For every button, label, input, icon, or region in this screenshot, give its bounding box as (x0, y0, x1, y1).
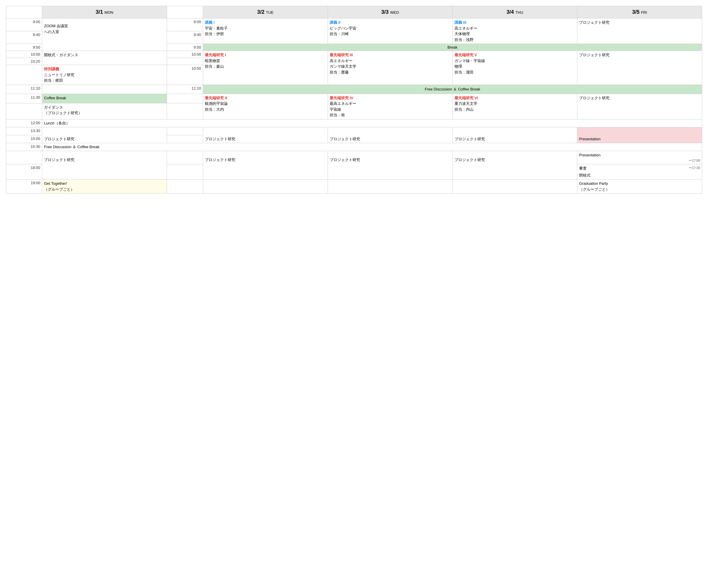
sasakuten6-cell: 最先端研究 VI 重力波天文学 担当：内山 (452, 94, 577, 119)
header-fri: 3/5 FRI (577, 6, 702, 19)
presentation1-cell: Presentation (577, 127, 702, 143)
fri-project1-cell: プロジェクト研究 (577, 19, 702, 44)
time-1330b (167, 127, 203, 135)
coffee-break-mon: Coffee Break (42, 94, 167, 103)
time-1050: 10:50 (167, 65, 203, 85)
time-950: 9:50 (6, 44, 42, 51)
lecture1-cell: 講義 I 宇宙・素粒子 担当：伊部 (203, 19, 328, 44)
time-950b: 9:50 (167, 44, 203, 51)
opening-cell: 開校式・ガイダンス (42, 51, 167, 65)
project-tue-pm1: プロジェクト研究 (203, 127, 328, 143)
schedule-table: 3/1 MON 3/2 TUE 3/3 WED 3/4 THU 3/5 FRI … (6, 6, 702, 193)
empty-mon-break (42, 85, 167, 94)
header-wed: 3/3 WED (328, 6, 452, 19)
project-mon-pm2: プロジェクト研究 (42, 151, 167, 180)
empty-thu-bot (452, 180, 577, 193)
sasakuten5-cell: 最先端研究 V ガンマ線・宇宙線 物理 担当：瀧田 (452, 51, 577, 85)
free-discussion-2: Free Discussion ＆ Coffee Break (42, 143, 702, 151)
sasakuten3-cell: 最先端研究 III 高エネルギー ガンマ線天文学 担当：齋藤 (328, 51, 452, 85)
empty-wed-bot (328, 180, 452, 193)
sasakuten4-cell: 最先端研究 IV 最高エネルギー 宇宙線 担当：裕 (328, 94, 452, 119)
time-1000: 10:00 (6, 51, 42, 58)
empty-tue-bot (203, 180, 328, 193)
review-closing-cell: 審査 〜17:30 閉校式 (577, 164, 702, 180)
time-900b: 9:00 (167, 19, 203, 31)
lunch-cell: Lunch（各自） (42, 119, 702, 127)
free-discussion-1: Free Discussion ＆ Coffee Break (203, 85, 702, 94)
time-900: 9:00 (6, 19, 42, 31)
empty-header-1 (6, 6, 42, 19)
time-1020c (6, 65, 42, 85)
guidance-cell: ガイダンス （プロジェクト研究） (42, 103, 167, 119)
time-1800: 18:00 (6, 164, 42, 180)
lecture3-cell: 講義 III 高エネルギー 天体物理 担当：浅野 (452, 19, 577, 44)
time-1900: 19:00 (6, 180, 42, 193)
time-1110b: 11:10 (167, 85, 203, 94)
time-guidance (6, 103, 42, 119)
project-wed-pm2: プロジェクト研究 (328, 151, 452, 180)
time-1020b (167, 58, 203, 65)
project-tue-pm2: プロジェクト研究 (203, 151, 328, 180)
time-after1530 (6, 151, 42, 164)
break-cell: Break (203, 44, 702, 51)
special-lecture-cell: 特別講義 ニュートリノ研究 担当：梶田 (42, 65, 167, 85)
get-together-cell: Get Together! （グループごと） (42, 180, 167, 193)
empty-header-2 (167, 6, 203, 19)
header-tue: 3/2 TUE (203, 6, 328, 19)
lecture2-cell: 講義 II ビッグバン宇宙 担当：川崎 (328, 19, 452, 44)
header-thu: 3/4 THU (452, 6, 577, 19)
fri-project3-cell: プロジェクト研究 (577, 94, 702, 119)
project-thu-pm2: プロジェクト研究 (452, 151, 577, 180)
time-1900b (167, 180, 203, 193)
time-1500b (167, 135, 203, 143)
graduation-cell: Graduation Party （グループごと） (577, 180, 702, 193)
header-mon: 3/1 MON (42, 6, 167, 19)
time-1130: 11:30 (6, 94, 42, 103)
time-1530: 15:30 (6, 143, 42, 151)
time-1110: 11:10 (6, 85, 42, 94)
time-1000b: 10:00 (167, 51, 203, 58)
time-1130b (167, 94, 203, 103)
time-after1530b (167, 151, 203, 164)
project-thu-pm1: プロジェクト研究 (452, 127, 577, 143)
time-1200: 12:00 (6, 119, 42, 127)
sasakuten1-cell: 最先端研究 I 暗黒物質 担当：森山 (203, 51, 328, 85)
time-1500: 15:00 (6, 135, 42, 143)
project-mon-pm1: プロジェクト研究 (42, 127, 167, 143)
time-guidance-b (167, 103, 203, 119)
time-1800b (167, 164, 203, 180)
fri-project2-cell: プロジェクト研究 (577, 51, 702, 85)
zoom-cell: ZOOM 会議室 への入室 (42, 19, 167, 51)
time-940: 9:40 (6, 31, 42, 44)
sasakuten2-cell: 最先端研究 II 観測的宇宙論 担当：大内 (203, 94, 328, 119)
project-wed-pm1: プロジェクト研究 (328, 127, 452, 143)
time-1330: 13:30 (6, 127, 42, 135)
time-940b: 9:40 (167, 31, 203, 44)
presentation2-cell: Presentation 〜17:00 (577, 151, 702, 164)
time-1020: 10:20 (6, 58, 42, 65)
